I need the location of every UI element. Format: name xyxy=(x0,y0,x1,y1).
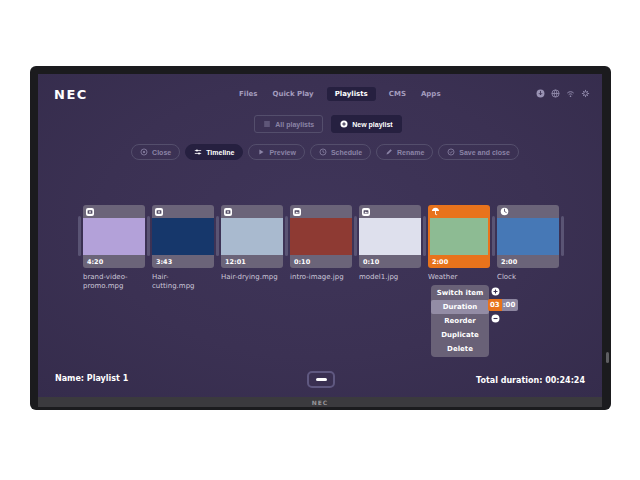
home-bar-icon xyxy=(316,378,327,381)
drag-handle[interactable] xyxy=(561,216,564,256)
save-and-close-button[interactable]: Save and close xyxy=(438,144,519,160)
timeline-icon xyxy=(194,148,202,156)
drag-handle[interactable] xyxy=(147,216,150,256)
media-card[interactable]: 0:10 xyxy=(290,205,352,268)
drag-handle[interactable] xyxy=(216,216,219,256)
close-button[interactable]: Close xyxy=(131,144,180,160)
card-footer: 3:43 xyxy=(152,255,214,268)
globe-icon[interactable] xyxy=(551,89,560,98)
context-menu-item[interactable]: Delete xyxy=(431,342,489,356)
timeline-item[interactable]: 3:43 Hair-cutting.mpg xyxy=(152,205,214,292)
top-icons xyxy=(536,89,590,98)
new-playlist-label: New playlist xyxy=(352,121,392,128)
media-thumbnail xyxy=(359,218,421,255)
duration-badge: 0:10 xyxy=(363,258,379,266)
media-card[interactable]: 12:01 xyxy=(221,205,283,268)
editor-toolbar: Close Timeline Preview Schedule Rename S… xyxy=(38,144,602,160)
timeline-track: 4:20 brand-video-promo.mpg 3:43 Hair-cut… xyxy=(76,205,566,292)
check-circle-icon xyxy=(447,148,455,156)
drag-handle[interactable] xyxy=(78,216,81,256)
card-footer: 0:10 xyxy=(359,255,421,268)
schedule-button[interactable]: Schedule xyxy=(310,144,371,160)
nav-item[interactable]: Files xyxy=(237,87,260,101)
home-button[interactable] xyxy=(307,371,335,388)
rename-label: Rename xyxy=(397,149,424,156)
card-header xyxy=(359,205,421,218)
card-footer: 2:00 xyxy=(497,255,559,268)
media-card[interactable]: 0:10 xyxy=(359,205,421,268)
duration-seconds[interactable]: :00 xyxy=(502,299,519,311)
media-filename: Hair-drying.mpg xyxy=(221,273,283,282)
duration-badge: 0:10 xyxy=(294,258,310,266)
preview-button[interactable]: Preview xyxy=(248,144,304,160)
timeline-item[interactable]: 2:00 Weather xyxy=(428,205,490,282)
media-thumbnail xyxy=(83,218,145,255)
timeline-item[interactable]: 2:00 Clock xyxy=(497,205,559,282)
monitor-chin: NEC xyxy=(38,397,602,407)
card-header xyxy=(497,205,559,218)
media-thumbnail xyxy=(290,218,352,255)
preview-label: Preview xyxy=(269,149,295,156)
playlist-bar: All playlists New playlist xyxy=(38,115,602,133)
nav-item[interactable]: Apps xyxy=(419,87,443,101)
drag-handle[interactable] xyxy=(492,216,495,256)
all-playlists-button[interactable]: All playlists xyxy=(254,115,323,133)
media-filename: Clock xyxy=(497,273,559,282)
context-menu-item[interactable]: Duplicate xyxy=(431,328,489,342)
schedule-label: Schedule xyxy=(331,149,362,156)
timeline-item[interactable]: 0:10 intro-image.jpg xyxy=(290,205,352,282)
card-header xyxy=(83,205,145,218)
drag-handle[interactable] xyxy=(354,216,357,256)
drag-handle[interactable] xyxy=(285,216,288,256)
brand-logo: NEC xyxy=(54,87,88,102)
bezel-logo: NEC xyxy=(312,399,329,406)
context-menu: Switch item Duration Reorder Duplicate D… xyxy=(431,285,489,357)
media-thumbnail xyxy=(221,218,283,255)
film-icon xyxy=(155,208,163,216)
duration-badge: 3:43 xyxy=(156,258,172,266)
media-filename: Weather xyxy=(428,273,490,282)
screen: NEC Files Quick Play Playlists CMS Apps … xyxy=(38,74,602,397)
media-card[interactable]: 3:43 xyxy=(152,205,214,268)
nav-item[interactable]: Playlists xyxy=(327,87,376,101)
umbrella-icon xyxy=(431,207,440,216)
card-footer: 0:10 xyxy=(290,255,352,268)
context-menu-item[interactable]: Switch item xyxy=(431,286,489,300)
card-footer: 12:01 xyxy=(221,255,283,268)
pencil-icon xyxy=(385,148,393,156)
timeline-item[interactable]: 4:20 brand-video-promo.mpg xyxy=(83,205,145,292)
duration-minutes[interactable]: 03 xyxy=(488,299,502,311)
duration-decrease-button[interactable] xyxy=(491,314,500,323)
film-icon xyxy=(86,208,94,216)
timeline-button[interactable]: Timeline xyxy=(185,144,243,160)
duration-badge: 12:01 xyxy=(225,258,246,266)
context-menu-item[interactable]: Duration xyxy=(431,300,489,314)
media-filename: brand-video-promo.mpg xyxy=(83,273,145,292)
power-led xyxy=(606,352,609,363)
nav-item[interactable]: CMS xyxy=(387,87,408,101)
download-icon[interactable] xyxy=(536,89,545,98)
duration-badge: 2:00 xyxy=(501,258,517,266)
media-card[interactable]: 2:00 xyxy=(428,205,490,268)
wifi-icon[interactable] xyxy=(566,89,575,98)
duration-value[interactable]: 03 :00 xyxy=(488,299,518,311)
media-card[interactable]: 4:20 xyxy=(83,205,145,268)
top-nav: Files Quick Play Playlists CMS Apps xyxy=(237,85,443,103)
gear-icon[interactable] xyxy=(581,89,590,98)
context-menu-item[interactable]: Reorder xyxy=(431,314,489,328)
drag-handle[interactable] xyxy=(423,216,426,256)
new-playlist-button[interactable]: New playlist xyxy=(331,115,401,133)
media-filename: Hair-cutting.mpg xyxy=(152,273,214,292)
film-icon xyxy=(224,208,232,216)
nav-item[interactable]: Quick Play xyxy=(271,87,316,101)
duration-badge: 2:00 xyxy=(432,258,448,266)
media-thumbnail xyxy=(430,218,488,255)
total-duration-label: Total duration: 00:24:24 xyxy=(476,376,585,385)
duration-increase-button[interactable] xyxy=(491,287,500,296)
media-card[interactable]: 2:00 xyxy=(497,205,559,268)
timeline-item[interactable]: 0:10 model1.jpg xyxy=(359,205,421,282)
media-filename: intro-image.jpg xyxy=(290,273,352,282)
media-thumbnail xyxy=(152,218,214,255)
rename-button[interactable]: Rename xyxy=(376,144,433,160)
timeline-item[interactable]: 12:01 Hair-drying.mpg xyxy=(221,205,283,282)
